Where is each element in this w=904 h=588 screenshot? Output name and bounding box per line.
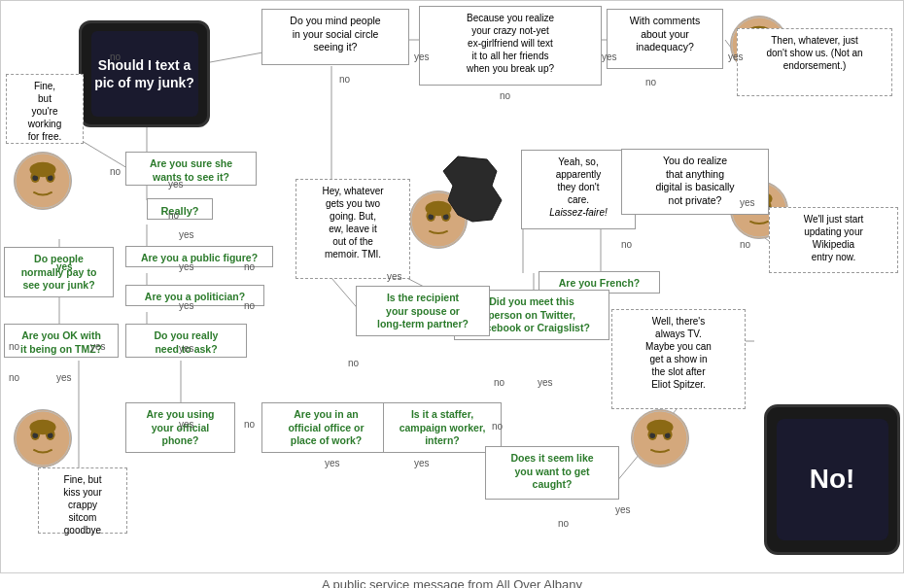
- france-silhouette: [438, 152, 506, 229]
- because-realize-text: Because you realizeyour crazy not-yetex-…: [467, 13, 554, 74]
- digital-private-text: You do realizethat anythingdigital is ba…: [655, 155, 734, 206]
- label-yes-1: yes: [414, 52, 430, 62]
- france-svg: [438, 152, 506, 229]
- sure-wants-text: Are you sure shewants to see it?: [150, 157, 232, 183]
- label-no-5: no: [110, 166, 121, 177]
- wikipedia-text: We'll just startupdating yourWikipediaen…: [804, 214, 864, 262]
- really-text: Really?: [160, 205, 198, 217]
- label-no-9: no: [9, 341, 19, 352]
- label-no-13: no: [494, 377, 504, 388]
- footer-text: A public service message from All Over A…: [322, 577, 582, 588]
- official-office-text: Are you in anofficial office orplace of …: [288, 408, 364, 446]
- label-no-11: no: [348, 358, 359, 368]
- box-hey-whatever: Hey, whatevergets you twogoing. But,ew, …: [296, 179, 410, 279]
- label-yes-11: yes: [56, 372, 72, 383]
- label-no-17: no: [740, 239, 750, 250]
- label-yes-12: yes: [387, 271, 402, 282]
- label-yes-16: yes: [538, 377, 553, 388]
- box-then-whatever: Then, whatever, justdon't show us. (Not …: [737, 28, 892, 96]
- label-no-10: no: [9, 372, 19, 383]
- label-yes-5: yes: [179, 229, 194, 240]
- label-no-4: no: [645, 77, 656, 87]
- label-no-3: no: [500, 90, 510, 101]
- fine-working-text: Fine,butyou'reworkingfor free.: [28, 81, 61, 142]
- box-recipient-spouse: Is the recipientyour spouse orlong-term …: [356, 286, 490, 336]
- box-get-caught: Does it seem likeyou want to getcaught?: [485, 446, 619, 500]
- start-screen: Should I text a pic of my junk?: [91, 31, 198, 117]
- twitter-text: Did you meet thisperson on Twitter,Faceb…: [473, 295, 590, 333]
- staffer-text: Is it a staffer,campaign worker,intern?: [400, 408, 486, 446]
- label-no-6: no: [168, 210, 179, 221]
- svg-point-42: [16, 411, 70, 466]
- label-yes-2: yes: [602, 52, 617, 62]
- label-yes-3: yes: [728, 52, 744, 62]
- no-screen: No!: [777, 419, 888, 540]
- mind-people-text: Do you mind peoplein your social circles…: [290, 15, 380, 52]
- label-no-15: no: [558, 518, 569, 529]
- svg-point-41: [29, 162, 55, 177]
- face-svg-2: [15, 410, 71, 467]
- label-yes-15: yes: [414, 458, 430, 468]
- box-yeah-apparently: Yeah, so,apparentlythey don'tcare.Laisse…: [521, 150, 636, 229]
- label-no-12: no: [244, 419, 255, 430]
- start-tablet: Should I text a pic of my junk?: [79, 20, 210, 127]
- label-yes-13: yes: [179, 419, 194, 430]
- face-working: [14, 152, 72, 210]
- box-staffer: Is it a staffer,campaign worker,intern?: [383, 402, 502, 453]
- politician-text: Are you a politician?: [145, 291, 245, 302]
- hey-whatever-text: Hey, whatevergets you twogoing. But,ew, …: [322, 186, 383, 259]
- then-whatever-text: Then, whatever, justdon't show us. (Not …: [766, 35, 862, 71]
- recipient-spouse-text: Is the recipientyour spouse orlong-term …: [377, 292, 469, 329]
- get-caught-text: Does it seem likeyou want to getcaught?: [510, 452, 593, 490]
- face-svg-1: [15, 153, 71, 209]
- label-yes-14: yes: [325, 458, 340, 468]
- face-bottom-left: [14, 409, 72, 467]
- label-no-8: no: [244, 300, 255, 311]
- face-svg-6: [632, 410, 688, 467]
- face-bottom-right: [631, 409, 689, 467]
- box-because-realize: Because you realizeyour crazy not-yetex-…: [419, 6, 602, 86]
- label-no-14: no: [492, 421, 503, 432]
- box-people-pay: Do peoplenormally pay tosee your junk?: [4, 247, 114, 297]
- label-no-2: no: [339, 74, 350, 85]
- label-yes-4: yes: [168, 179, 184, 190]
- box-with-comments: With commentsabout yourinadequacy?: [607, 9, 723, 69]
- main-content: Should I text a pic of my junk? No!: [0, 0, 904, 573]
- box-sure-wants: Are you sure shewants to see it?: [125, 152, 257, 186]
- start-text: Should I text a pic of my junk?: [91, 56, 198, 91]
- always-tv-text: Well, there'salways TV.Maybe you canget …: [645, 316, 712, 390]
- public-figure-text: Are you a public figure?: [141, 252, 258, 263]
- box-fine-working: Fine,butyou'reworkingfor free.: [6, 74, 84, 144]
- are-french-text: Are you French?: [559, 277, 640, 289]
- svg-point-47: [29, 420, 55, 434]
- label-yes-8: yes: [179, 343, 194, 354]
- label-yes-7: yes: [179, 300, 194, 311]
- label-yes-10: yes: [56, 261, 73, 272]
- label-no-1: no: [110, 52, 121, 62]
- label-yes-17: yes: [615, 504, 631, 515]
- svg-point-66: [633, 411, 687, 466]
- label-no-7: no: [244, 261, 255, 272]
- box-really: Really?: [147, 198, 213, 220]
- svg-line-10: [84, 142, 127, 168]
- no-text: No!: [810, 462, 855, 497]
- label-yes-18: yes: [740, 197, 755, 208]
- box-wikipedia: We'll just startupdating yourWikipediaen…: [769, 207, 898, 273]
- with-comments-text: With commentsabout yourinadequacy?: [630, 15, 700, 52]
- svg-point-71: [646, 420, 673, 434]
- no-tablet: No!: [764, 404, 900, 555]
- svg-point-36: [16, 154, 70, 208]
- label-yes-6: yes: [179, 261, 194, 272]
- box-mind-people: Do you mind peoplein your social circles…: [261, 9, 409, 65]
- box-always-tv: Well, there'salways TV.Maybe you canget …: [611, 309, 746, 409]
- fine-sitcom-text: Fine, butkiss yourcrappysitcomgoodbye: [63, 474, 101, 536]
- label-yes-9: yes: [90, 341, 106, 352]
- label-no-16: no: [621, 239, 632, 250]
- footer: A public service message from All Over A…: [0, 573, 904, 588]
- box-official-office: Are you in anofficial office orplace of …: [261, 402, 391, 453]
- box-fine-sitcom: Fine, butkiss yourcrappysitcomgoodbye: [38, 467, 127, 534]
- yeah-apparently-text: Yeah, so,apparentlythey don'tcare.Laisse…: [549, 156, 607, 218]
